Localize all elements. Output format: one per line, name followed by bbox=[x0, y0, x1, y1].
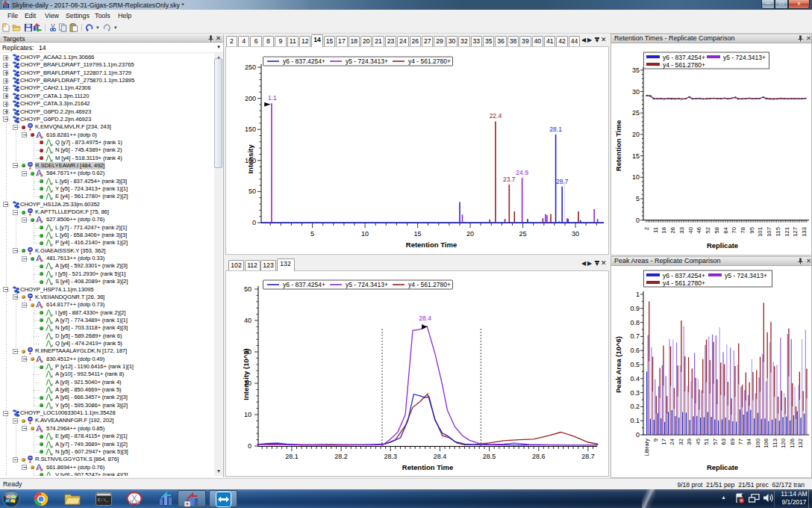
svg-text:69: 69 bbox=[729, 439, 736, 445]
svg-text:58: 58 bbox=[713, 227, 720, 234]
svg-text:50: 50 bbox=[249, 188, 256, 195]
svg-text:30: 30 bbox=[632, 88, 640, 96]
svg-text:y4 - 561.2780+: y4 - 561.2780+ bbox=[408, 281, 451, 288]
svg-text:52: 52 bbox=[705, 227, 711, 234]
svg-text:C:\_: C:\_ bbox=[98, 498, 109, 503]
svg-text:1: 1 bbox=[636, 291, 640, 298]
svg-text:101: 101 bbox=[757, 227, 763, 237]
svg-text:39: 39 bbox=[686, 439, 693, 445]
svg-text:17: 17 bbox=[660, 439, 667, 445]
svg-text:0.8: 0.8 bbox=[630, 319, 640, 326]
svg-text:18: 18 bbox=[660, 227, 667, 234]
svg-text:106: 106 bbox=[763, 439, 769, 448]
svg-text:11: 11 bbox=[652, 227, 659, 233]
svg-text:28.2: 28.2 bbox=[334, 453, 348, 460]
svg-text:0.1: 0.1 bbox=[630, 417, 640, 424]
svg-text:Replicate: Replicate bbox=[707, 241, 738, 250]
svg-text:y5 - 724.3413+: y5 - 724.3413+ bbox=[725, 272, 767, 279]
svg-text:32: 32 bbox=[678, 439, 684, 445]
svg-text:78: 78 bbox=[740, 227, 746, 234]
svg-text:45: 45 bbox=[695, 438, 702, 444]
svg-text:22.4: 22.4 bbox=[490, 112, 502, 120]
svg-text:63: 63 bbox=[720, 439, 727, 445]
svg-text:51: 51 bbox=[703, 439, 710, 445]
svg-text:25: 25 bbox=[519, 230, 527, 238]
svg-text:20: 20 bbox=[632, 131, 640, 138]
svg-text:Replicate: Replicate bbox=[707, 463, 738, 471]
svg-text:23.7: 23.7 bbox=[503, 176, 516, 183]
svg-text:94: 94 bbox=[746, 438, 752, 444]
svg-text:Retention Time: Retention Time bbox=[406, 241, 457, 249]
svg-text:57: 57 bbox=[712, 439, 719, 445]
svg-text:y5 - 724.3413+: y5 - 724.3413+ bbox=[346, 58, 388, 65]
svg-text:Library: Library bbox=[643, 439, 650, 456]
svg-text:9: 9 bbox=[652, 439, 659, 442]
svg-text:33: 33 bbox=[678, 227, 685, 234]
svg-text:Retention Time: Retention Time bbox=[402, 463, 453, 471]
svg-text:y4 - 561.2780+: y4 - 561.2780+ bbox=[408, 58, 451, 65]
svg-text:0: 0 bbox=[248, 442, 252, 450]
svg-text:35: 35 bbox=[632, 66, 640, 74]
svg-text:30: 30 bbox=[572, 230, 579, 238]
svg-text:28.7: 28.7 bbox=[581, 453, 595, 460]
svg-text:28.1: 28.1 bbox=[285, 453, 299, 460]
svg-text:50: 50 bbox=[244, 285, 252, 293]
svg-text:Intensity (10^3): Intensity (10^3) bbox=[242, 348, 250, 400]
svg-text:133: 133 bbox=[801, 227, 808, 237]
svg-text:y4 - 561.2780+: y4 - 561.2780+ bbox=[663, 279, 705, 287]
svg-text:0.5: 0.5 bbox=[630, 361, 640, 368]
svg-text:0.7: 0.7 bbox=[630, 332, 640, 340]
svg-text:126: 126 bbox=[789, 439, 796, 448]
svg-text:70: 70 bbox=[731, 226, 737, 233]
svg-text:2: 2 bbox=[643, 227, 650, 230]
svg-text:40: 40 bbox=[244, 317, 252, 324]
svg-text:121: 121 bbox=[784, 227, 790, 237]
svg-text:y6 - 837.4254+: y6 - 837.4254+ bbox=[283, 58, 325, 65]
svg-text:28.5: 28.5 bbox=[483, 453, 496, 460]
svg-text:95: 95 bbox=[749, 226, 755, 233]
svg-text:0: 0 bbox=[636, 431, 640, 439]
svg-text:28.1: 28.1 bbox=[549, 126, 562, 133]
svg-text:1.1: 1.1 bbox=[268, 94, 277, 102]
svg-text:150: 150 bbox=[245, 126, 256, 133]
svg-text:10: 10 bbox=[244, 411, 252, 418]
svg-text:100: 100 bbox=[755, 438, 761, 448]
svg-text:y6 - 837.4254+: y6 - 837.4254+ bbox=[663, 54, 705, 61]
svg-text:46: 46 bbox=[696, 227, 702, 234]
svg-text:28.3: 28.3 bbox=[384, 453, 397, 460]
svg-text:250: 250 bbox=[245, 64, 256, 71]
svg-text:0.9: 0.9 bbox=[630, 305, 640, 312]
svg-text:y6 - 837.4254+: y6 - 837.4254+ bbox=[663, 272, 705, 279]
svg-text:25: 25 bbox=[632, 109, 640, 117]
svg-text:5: 5 bbox=[310, 230, 314, 238]
svg-text:28.4: 28.4 bbox=[434, 453, 447, 460]
svg-text:5: 5 bbox=[636, 195, 640, 202]
svg-text:y6 - 837.4254+: y6 - 837.4254+ bbox=[283, 281, 325, 288]
svg-text:15: 15 bbox=[414, 230, 422, 238]
svg-text:200: 200 bbox=[245, 95, 256, 102]
svg-text:y5 - 724.3413+: y5 - 724.3413+ bbox=[723, 54, 766, 61]
svg-text:28.4: 28.4 bbox=[419, 315, 431, 322]
svg-text:0.2: 0.2 bbox=[630, 403, 640, 410]
svg-text:77: 77 bbox=[737, 439, 744, 445]
svg-text:132: 132 bbox=[797, 439, 804, 448]
svg-text:115: 115 bbox=[775, 226, 781, 236]
svg-text:127: 127 bbox=[792, 227, 799, 237]
svg-text:64: 64 bbox=[722, 226, 729, 233]
svg-text:Peak Area (10^6): Peak Area (10^6) bbox=[614, 336, 622, 393]
svg-text:0.6: 0.6 bbox=[630, 347, 640, 354]
svg-text:y5 - 724.3413+: y5 - 724.3413+ bbox=[346, 281, 388, 288]
svg-text:20: 20 bbox=[466, 230, 474, 238]
svg-text:y4 - 561.2780+: y4 - 561.2780+ bbox=[663, 61, 705, 69]
svg-text:26: 26 bbox=[669, 227, 676, 234]
svg-text:24: 24 bbox=[669, 438, 675, 444]
svg-text:0: 0 bbox=[636, 217, 640, 224]
svg-text:40: 40 bbox=[687, 226, 694, 233]
svg-text:24.9: 24.9 bbox=[516, 169, 528, 176]
svg-text:10: 10 bbox=[361, 230, 369, 238]
svg-text:28.6: 28.6 bbox=[532, 453, 546, 460]
svg-text:Intensity: Intensity bbox=[246, 144, 254, 174]
svg-text:15: 15 bbox=[632, 152, 640, 160]
svg-text:107: 107 bbox=[766, 227, 772, 237]
svg-text:0.4: 0.4 bbox=[630, 375, 640, 382]
